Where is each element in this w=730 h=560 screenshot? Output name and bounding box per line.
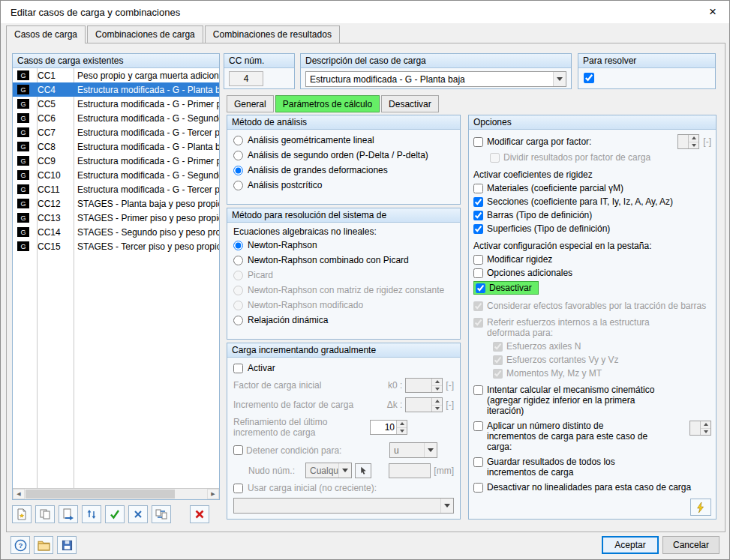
- help-button[interactable]: ?: [11, 536, 30, 554]
- analysis-method-option[interactable]: Análisis de grandes deformaciones: [227, 163, 460, 178]
- radio-button[interactable]: [233, 316, 243, 325]
- scroll-left-icon[interactable]: ◀: [13, 489, 25, 499]
- radio-button[interactable]: [233, 241, 243, 250]
- analysis-method-option[interactable]: Análisis geométricamente lineal: [227, 133, 460, 148]
- cancelar-button[interactable]: Cancelar: [662, 536, 719, 554]
- save-button[interactable]: [57, 536, 77, 554]
- delete-load-case-button[interactable]: [190, 505, 209, 523]
- load-case-description: Estructura modificada - G - Planta baja: [74, 142, 219, 152]
- radio-button[interactable]: [233, 166, 243, 175]
- carga-incremental-header: Carga incrementando gradualmente: [227, 343, 460, 358]
- load-case-row[interactable]: G CC1 Peso propio y carga muerta adicion…: [13, 68, 219, 82]
- analysis-method-option[interactable]: Análisis de segundo orden (P-Delta / P-d…: [227, 148, 460, 163]
- analysis-method-option[interactable]: Análisis postcrítico: [227, 178, 460, 193]
- modificar-carga-input: [678, 136, 688, 145]
- mecanismo-cinematico-checkbox[interactable]: [473, 385, 483, 395]
- solver-method-option[interactable]: Picard: [227, 268, 460, 283]
- spin-up-icon[interactable]: [397, 421, 407, 428]
- descripcion-combobox[interactable]: Estructura modificada - G - Planta baja: [305, 71, 566, 87]
- load-case-row[interactable]: G CC14 STAGES - Segundo piso y peso prop…: [13, 225, 219, 239]
- barras-checkbox[interactable]: [473, 211, 483, 220]
- solver-method-option[interactable]: Newton-Raphson modificado: [227, 298, 460, 313]
- tab-combinaciones-de-carga[interactable]: Combinaciones de carga: [87, 25, 203, 43]
- spin-down-icon: [432, 406, 442, 412]
- load-case-type-icon: G: [17, 142, 29, 151]
- opciones-adicionales-checkbox[interactable]: [473, 268, 483, 278]
- modificar-carga-checkbox[interactable]: [473, 137, 483, 147]
- activar-checkbox[interactable]: [233, 364, 243, 373]
- solver-method-option[interactable]: Newton-Raphson combinado con Picard: [227, 253, 460, 268]
- option-label: Relajación dinámica: [248, 315, 328, 325]
- guardar-resultados-checkbox[interactable]: [473, 457, 483, 467]
- aplicar-incrementos-checkbox[interactable]: [473, 421, 483, 431]
- spin-down-icon[interactable]: [397, 428, 407, 435]
- apply-check-button[interactable]: [105, 505, 125, 523]
- delete-values-button[interactable]: [128, 505, 148, 523]
- calculation-parameters-button[interactable]: [690, 499, 711, 516]
- para-resolver-checkbox[interactable]: [584, 73, 594, 83]
- pick-node-button[interactable]: [355, 463, 371, 478]
- load-case-row[interactable]: G CC12 STAGES - Planta baja y peso propi…: [13, 196, 219, 211]
- load-case-row[interactable]: G CC9 Estructura modificada - G - Primer…: [13, 154, 219, 168]
- tab-page-casos-de-carga: Casos de carga existentes G CC1 Peso pro…: [6, 43, 725, 532]
- load-case-row[interactable]: G CC13 STAGES - Primer piso y peso propi…: [13, 211, 219, 225]
- modificar-rigidez-checkbox[interactable]: [473, 255, 483, 265]
- desactivar-no-linealidades-checkbox[interactable]: [473, 483, 483, 493]
- superficies-checkbox[interactable]: [473, 224, 483, 234]
- horizontal-scrollbar[interactable]: ◀ ▶: [13, 488, 219, 499]
- dividir-resultados-checkbox: [490, 153, 500, 163]
- tab-general[interactable]: General: [227, 95, 274, 112]
- load-case-row[interactable]: G CC15 STAGES - Tercer piso y peso propi…: [13, 239, 219, 253]
- activar-row[interactable]: Activar: [227, 361, 460, 376]
- refinamiento-spinner[interactable]: [370, 420, 407, 435]
- usar-carga-checkbox[interactable]: [233, 484, 243, 493]
- usar-carga-row[interactable]: Usar carga inicial (no creciente):: [227, 481, 460, 496]
- radio-button[interactable]: [233, 151, 243, 160]
- copy-load-case-button[interactable]: [35, 505, 55, 523]
- renumber-load-cases-button[interactable]: [82, 505, 101, 523]
- solver-method-option[interactable]: Newton-Raphson con matriz de rigidez con…: [227, 283, 460, 298]
- tab-casos-de-carga[interactable]: Casos de carga: [6, 25, 86, 43]
- load-case-row[interactable]: G CC7 Estructura modificada - G - Tercer…: [13, 125, 219, 139]
- open-button[interactable]: [34, 536, 53, 554]
- aceptar-button[interactable]: Aceptar: [602, 536, 659, 554]
- modificar-rigidez-label: Modificar rigidez: [487, 254, 552, 265]
- radio-button[interactable]: [233, 136, 243, 145]
- chevron-down-icon[interactable]: [553, 72, 566, 86]
- radio-button[interactable]: [233, 181, 243, 190]
- tab-combinaciones-de-resultados[interactable]: Combinaciones de resultados: [205, 25, 340, 43]
- transfer-icon: [155, 508, 167, 520]
- materiales-checkbox[interactable]: [473, 184, 483, 193]
- transfer-load-cases-button[interactable]: [152, 505, 171, 523]
- close-button[interactable]: ×: [696, 1, 729, 23]
- solver-method-option[interactable]: Relajación dinámica: [227, 313, 460, 328]
- tab-desactivar[interactable]: Desactivar: [381, 95, 439, 112]
- radio-button: [233, 271, 243, 280]
- solver-method-option[interactable]: Newton-Raphson: [227, 238, 460, 253]
- edit-load-case-button[interactable]: [59, 505, 78, 523]
- load-case-row[interactable]: G CC5 Estructura modificada - G - Primer…: [13, 97, 219, 111]
- load-cases-panel-header: Casos de carga existentes: [13, 54, 219, 68]
- factor-inicial-unit: [-]: [446, 380, 454, 391]
- desactivar-checkbox[interactable]: [476, 283, 485, 293]
- scrollbar-thumb[interactable]: [26, 490, 175, 499]
- load-case-row[interactable]: G CC8 Estructura modificada - G - Planta…: [13, 139, 219, 154]
- refinamiento-input[interactable]: [371, 421, 396, 434]
- load-case-row[interactable]: G CC6 Estructura modificada - G - Segund…: [13, 111, 219, 125]
- descripcion-panel: Descripción del caso de carga Estructura…: [300, 53, 572, 89]
- load-case-row[interactable]: G CC11 Estructura modificada - G - Terce…: [13, 182, 219, 196]
- load-case-id: CC4: [38, 85, 74, 95]
- secciones-checkbox[interactable]: [473, 197, 483, 207]
- scrollbar-track[interactable]: [25, 489, 207, 499]
- para-resolver-header: Para resolver: [578, 54, 715, 68]
- load-case-id: CC11: [38, 184, 74, 195]
- detener-checkbox[interactable]: [233, 445, 243, 455]
- tab-parametros-de-calculo[interactable]: Parámetros de cálculo: [275, 95, 380, 112]
- radio-button[interactable]: [233, 256, 243, 265]
- scroll-right-icon[interactable]: ▶: [207, 489, 219, 499]
- radio-button: [233, 286, 243, 295]
- load-case-row[interactable]: G CC10 Estructura modificada - G - Segun…: [13, 168, 219, 182]
- new-load-case-button[interactable]: [12, 505, 32, 523]
- load-case-row[interactable]: G CC4 Estructura modificada - G - Planta…: [13, 82, 219, 97]
- chevron-down-icon: [424, 443, 437, 457]
